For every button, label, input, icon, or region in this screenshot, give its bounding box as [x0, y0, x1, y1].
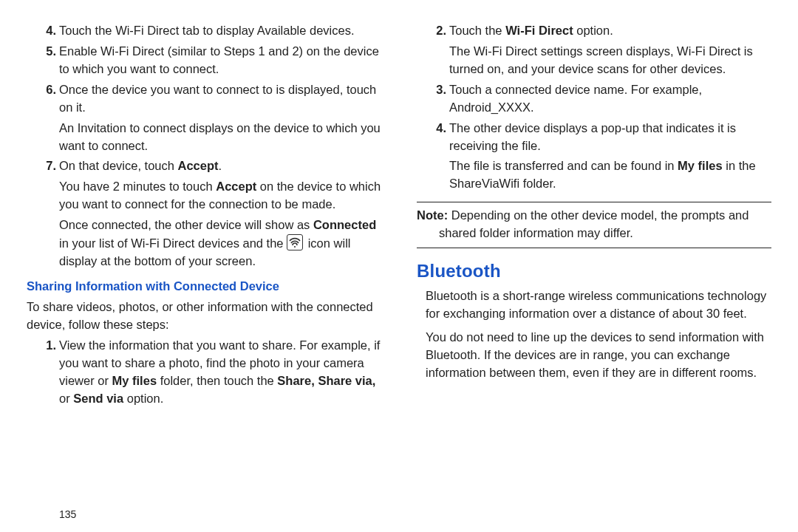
text-fragment: . — [219, 159, 222, 172]
text-fragment: or — [59, 392, 73, 405]
sharing-intro: To share videos, photos, or other inform… — [27, 299, 381, 334]
page-number: 135 — [59, 507, 381, 522]
step-subtext: Once connected, the other device will sh… — [59, 216, 381, 270]
wifi-direct-steps-right: Touch the Wi-Fi Direct option. The Wi-Fi… — [417, 22, 771, 193]
sharing-heading: Sharing Information with Connected Devic… — [27, 278, 381, 296]
step-text: On that device, touch Accept. — [59, 159, 222, 172]
wifi-direct-icon — [287, 234, 303, 250]
bluetooth-heading: Bluetooth — [417, 259, 771, 284]
wifi-direct-steps: Touch the Wi-Fi Direct tab to display Av… — [27, 22, 381, 270]
bold-fragment: Wi-Fi Direct — [505, 24, 573, 37]
step-3: Touch a connected device name. For examp… — [449, 81, 771, 117]
bold-fragment: My files — [678, 159, 723, 172]
text-fragment: On that device, touch — [59, 159, 178, 172]
text-fragment: option. — [573, 24, 613, 37]
text-fragment: in your list of Wi-Fi Direct devices and… — [59, 236, 287, 250]
bluetooth-paragraph: Bluetooth is a short-range wireless comm… — [426, 287, 771, 323]
bold-fragment: Accept — [216, 180, 256, 193]
step-4-right: The other device displays a pop-up that … — [449, 120, 771, 194]
step-subtext: An Invitation to connect displays on the… — [59, 120, 381, 155]
bold-fragment: Accept — [178, 159, 219, 172]
step-text: The other device displays a pop-up that … — [449, 121, 736, 152]
text-fragment: Touch the — [449, 24, 505, 37]
share-step-1: View the information that you want to sh… — [59, 337, 381, 408]
note-label: Note: — [417, 208, 448, 222]
bold-fragment: Share, Share via, — [277, 374, 375, 387]
step-text: Enable Wi-Fi Direct (similar to Steps 1 … — [59, 44, 379, 75]
left-column: Touch the Wi-Fi Direct tab to display Av… — [27, 22, 381, 522]
text-fragment: The file is transferred and can be found… — [449, 159, 678, 172]
step-7: On that device, touch Accept. You have 2… — [59, 157, 381, 270]
step-subtext: The file is transferred and can be found… — [449, 157, 771, 193]
step-5: Enable Wi-Fi Direct (similar to Steps 1 … — [59, 43, 381, 78]
step-subtext: The Wi-Fi Direct settings screen display… — [449, 43, 771, 78]
right-column: Touch the Wi-Fi Direct option. The Wi-Fi… — [417, 22, 771, 522]
step-text: Touch a connected device name. For examp… — [449, 83, 702, 114]
step-subtext: You have 2 minutes to touch Accept on th… — [59, 178, 381, 214]
bold-fragment: Connected — [313, 218, 376, 231]
text-fragment: Once connected, the other device will sh… — [59, 218, 313, 231]
manual-page: Touch the Wi-Fi Direct tab to display Av… — [0, 0, 798, 532]
step-6: Once the device you want to connect to i… — [59, 81, 381, 155]
bluetooth-paragraph: You do not need to line up the devices t… — [426, 329, 771, 382]
bluetooth-body: Bluetooth is a short-range wireless comm… — [417, 287, 771, 382]
note-text: Depending on the other device model, the… — [439, 208, 748, 239]
bold-fragment: My files — [112, 374, 157, 387]
text-fragment: option. — [123, 392, 163, 405]
step-2: Touch the Wi-Fi Direct option. The Wi-Fi… — [449, 22, 771, 78]
step-text: Once the device you want to connect to i… — [59, 83, 376, 114]
svg-point-0 — [294, 246, 296, 248]
step-text: Touch the Wi-Fi Direct tab to display Av… — [59, 24, 355, 37]
sharing-steps: View the information that you want to sh… — [27, 337, 381, 408]
bold-fragment: Send via — [73, 392, 123, 405]
text-fragment: folder, then touch the — [157, 374, 277, 387]
text-fragment: You have 2 minutes to touch — [59, 180, 216, 193]
note-block: Note: Depending on the other device mode… — [417, 202, 771, 248]
step-4: Touch the Wi-Fi Direct tab to display Av… — [59, 22, 381, 40]
